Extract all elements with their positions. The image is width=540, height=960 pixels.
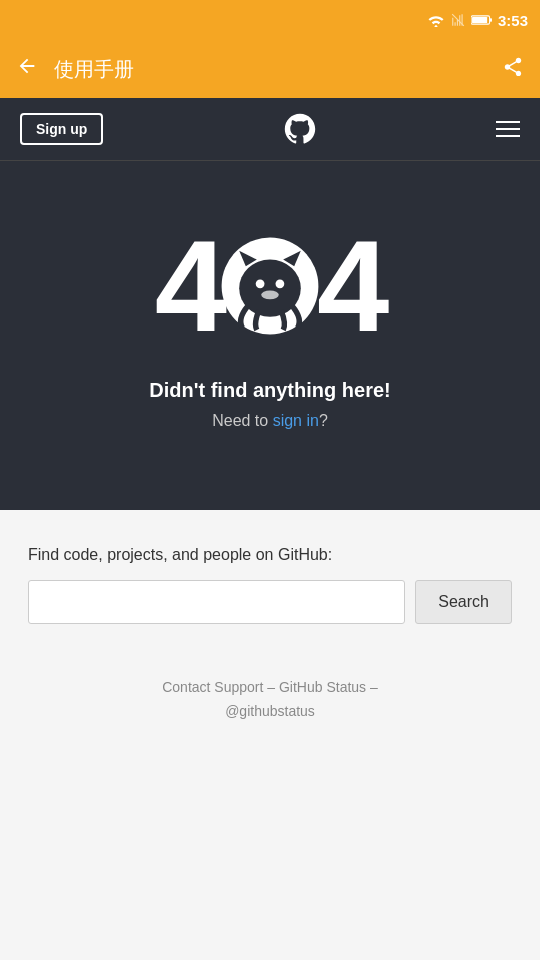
search-input[interactable]: [28, 580, 405, 624]
signup-button[interactable]: Sign up: [20, 113, 103, 145]
error-octocat: [215, 231, 325, 341]
status-icons: 3:53: [427, 12, 528, 29]
search-label: Find code, projects, and people on GitHu…: [28, 546, 512, 564]
error-404-display: 4 4: [155, 221, 386, 351]
footer: Contact Support – GitHub Status – @githu…: [0, 656, 540, 784]
error-sub-text: Need to sign in?: [212, 412, 328, 430]
footer-line2: @githubstatus: [225, 703, 315, 719]
svg-point-12: [261, 290, 279, 299]
footer-line1: Contact Support – GitHub Status –: [162, 679, 378, 695]
error-num-right: 4: [317, 221, 385, 351]
wifi-icon: [427, 13, 445, 27]
status-time: 3:53: [498, 12, 528, 29]
error-sub-suffix: ?: [319, 412, 328, 429]
svg-point-10: [256, 279, 265, 288]
error-section: 4 4 Didn't find anything here! Need: [0, 161, 540, 510]
signal-icon: [450, 13, 466, 27]
svg-rect-3: [490, 18, 492, 21]
search-button[interactable]: Search: [415, 580, 512, 624]
back-button[interactable]: [16, 55, 38, 83]
search-row: Search: [28, 580, 512, 624]
app-bar: 使用手册: [0, 40, 540, 98]
error-message: Didn't find anything here!: [149, 379, 390, 402]
share-button[interactable]: [502, 56, 524, 83]
error-num-left: 4: [155, 221, 223, 351]
error-sub-prefix: Need to: [212, 412, 272, 429]
battery-icon: [471, 13, 493, 27]
status-bar: 3:53: [0, 0, 540, 40]
search-section: Find code, projects, and people on GitHu…: [0, 510, 540, 656]
github-header: Sign up: [0, 98, 540, 161]
svg-rect-2: [472, 17, 487, 23]
svg-point-11: [276, 279, 285, 288]
menu-button[interactable]: [496, 121, 520, 137]
footer-links: Contact Support – GitHub Status – @githu…: [28, 676, 512, 724]
signin-link[interactable]: sign in: [273, 412, 319, 429]
github-logo: [281, 110, 319, 148]
page-title: 使用手册: [54, 56, 486, 83]
